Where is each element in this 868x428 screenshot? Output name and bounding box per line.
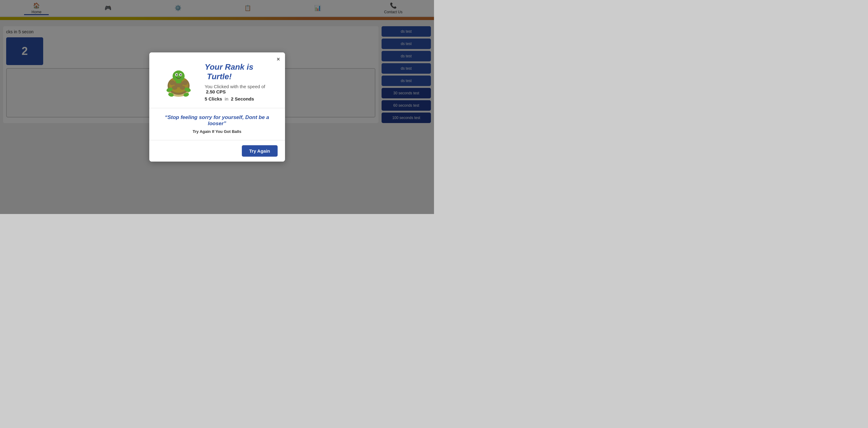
rank-title: Your Rank is Turtle!	[205, 62, 276, 81]
cps-prefix: You Clicked with the speed of	[205, 84, 265, 89]
quote-text: “Stop feeling sorry for yourself, Dont b…	[159, 114, 276, 127]
modal-bottom-section: Try Again	[149, 140, 285, 162]
rank-clicks: 5 Clicks in 2 Seconds	[205, 96, 276, 101]
cps-value: 2.50 CPS	[206, 89, 226, 94]
svg-point-4	[169, 80, 175, 85]
clicks-label: 5 Clicks	[205, 96, 222, 101]
try-again-button[interactable]: Try Again	[242, 145, 278, 157]
modal-overlay: ×	[0, 0, 434, 214]
svg-rect-19	[176, 79, 181, 83]
turtle-image	[159, 62, 199, 102]
modal-middle-section: “Stop feeling sorry for yourself, Dont b…	[149, 108, 285, 140]
rank-cps: You Clicked with the speed of 2.50 CPS	[205, 84, 276, 94]
in-label: in	[225, 96, 228, 101]
modal-close-button[interactable]: ×	[277, 56, 280, 63]
svg-point-13	[177, 74, 177, 75]
rank-prefix: Your Rank is	[205, 62, 253, 71]
modal-top-section: Your Rank is Turtle! You Clicked with th…	[149, 53, 285, 108]
svg-point-14	[181, 74, 181, 75]
svg-point-5	[182, 80, 188, 85]
modal-rank-info: Your Rank is Turtle! You Clicked with th…	[205, 62, 276, 101]
seconds-label: 2 Seconds	[231, 96, 254, 101]
result-modal: ×	[149, 53, 285, 162]
rank-name: Turtle!	[207, 72, 231, 81]
motivation-text: Try Again If You Got Balls	[159, 129, 276, 134]
